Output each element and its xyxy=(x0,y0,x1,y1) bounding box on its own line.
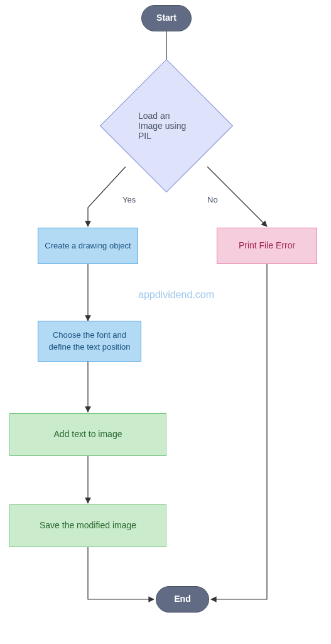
end-node: End xyxy=(156,586,209,613)
choose-font-node: Choose the font and define the text posi… xyxy=(38,321,141,362)
decision-load-image: Load an Image using PIL xyxy=(119,79,214,173)
save-image-node: Save the modified image xyxy=(9,504,166,547)
create-drawing-object-node: Create a drawing object xyxy=(38,228,138,264)
add-text-label: Add text to image xyxy=(54,428,122,441)
decision-label: Load an Image using PIL xyxy=(138,111,195,141)
choose-font-label: Choose the font and define the text posi… xyxy=(42,330,137,352)
start-label: Start xyxy=(156,12,176,25)
edge-label-no: No xyxy=(207,195,218,204)
watermark: appdividend.com xyxy=(138,289,214,301)
print-file-error-node: Print File Error xyxy=(217,228,317,264)
edge-label-yes: Yes xyxy=(122,195,136,204)
end-label: End xyxy=(174,593,190,606)
print-error-label: Print File Error xyxy=(239,240,295,252)
create-drawing-label: Create a drawing object xyxy=(45,240,131,252)
save-image-label: Save the modified image xyxy=(40,519,136,532)
add-text-node: Add text to image xyxy=(9,413,166,456)
start-node: Start xyxy=(141,5,192,31)
